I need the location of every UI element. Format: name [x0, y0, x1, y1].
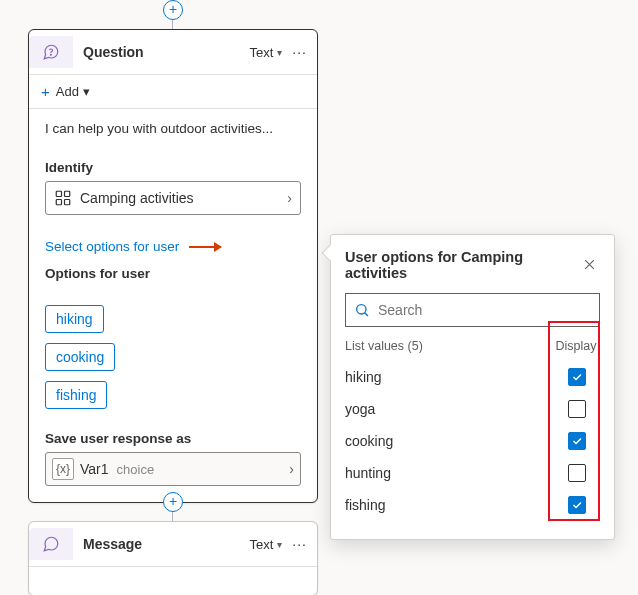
svg-point-0 [50, 54, 51, 55]
identify-entity-picker[interactable]: Camping activities › [45, 181, 301, 215]
question-type-selector[interactable]: Text [249, 45, 273, 60]
display-checkbox[interactable] [568, 496, 586, 514]
list-row: yoga [345, 393, 600, 425]
search-icon [354, 302, 370, 318]
display-checkbox[interactable] [568, 368, 586, 386]
list-values-header: List values (5) [345, 339, 552, 353]
svg-rect-2 [65, 191, 70, 196]
panel-row-list: hikingyogacookinghuntingfishing [345, 361, 600, 521]
display-checkbox[interactable] [568, 464, 586, 482]
flow-canvas: + Question Text ▾ ··· + Add ▾ I can help… [0, 0, 638, 595]
panel-list-header: List values (5) Display [345, 339, 600, 353]
message-icon [29, 528, 73, 560]
identify-value: Camping activities [80, 190, 287, 206]
message-more-menu[interactable]: ··· [292, 536, 307, 552]
question-title: Question [83, 44, 249, 60]
options-section: Options for user [29, 266, 317, 299]
callout-pointer [322, 245, 339, 262]
option-chip-list: hikingcookingfishing [29, 299, 317, 415]
add-label: Add [56, 84, 79, 99]
add-content-button[interactable]: + Add ▾ [29, 75, 317, 109]
list-row-name: hunting [345, 465, 554, 481]
list-row-name: fishing [345, 497, 554, 513]
save-response-section: Save user response as {x} Var1 choice › [29, 415, 317, 502]
panel-search-box[interactable] [345, 293, 600, 327]
svg-point-5 [357, 305, 366, 314]
option-chip[interactable]: fishing [45, 381, 107, 409]
display-column-header: Display [552, 339, 600, 353]
display-checkbox[interactable] [568, 432, 586, 450]
plus-icon: + [41, 83, 50, 100]
list-row-name: hiking [345, 369, 554, 385]
variable-name: Var1 [80, 461, 109, 477]
question-card-header: Question Text ▾ ··· [29, 30, 317, 75]
message-card-header: Message Text ▾ ··· [29, 522, 317, 567]
list-row-name: cooking [345, 433, 554, 449]
chevron-right-icon: › [287, 190, 292, 206]
add-node-button-top[interactable]: + [163, 0, 183, 20]
chevron-down-icon[interactable]: ▾ [277, 539, 282, 550]
annotation-arrow [189, 246, 221, 248]
variable-picker[interactable]: {x} Var1 choice › [45, 452, 301, 486]
entity-icon [54, 189, 72, 207]
variable-icon: {x} [52, 458, 74, 480]
option-chip[interactable]: cooking [45, 343, 115, 371]
add-node-button-mid[interactable]: + [163, 492, 183, 512]
svg-rect-1 [56, 191, 61, 196]
option-chip[interactable]: hiking [45, 305, 104, 333]
select-options-link[interactable]: Select options for user [29, 227, 317, 258]
chevron-down-icon[interactable]: ▾ [277, 47, 282, 58]
panel-title: User options for Camping activities [345, 249, 579, 281]
question-icon [29, 36, 73, 68]
chevron-right-icon: › [289, 461, 294, 477]
list-row: hunting [345, 457, 600, 489]
list-row: fishing [345, 489, 600, 521]
message-node-card[interactable]: Message Text ▾ ··· [28, 521, 318, 595]
identify-section: Identify Camping activities › [29, 160, 317, 227]
question-prompt-text[interactable]: I can help you with outdoor activities..… [29, 109, 317, 152]
save-response-label: Save user response as [45, 431, 301, 446]
question-more-menu[interactable]: ··· [292, 44, 307, 60]
question-node-card[interactable]: Question Text ▾ ··· + Add ▾ I can help y… [28, 29, 318, 503]
variable-type: choice [117, 462, 290, 477]
panel-close-button[interactable] [579, 255, 600, 276]
chevron-down-icon: ▾ [83, 84, 90, 99]
identify-label: Identify [45, 160, 301, 175]
message-title: Message [83, 536, 249, 552]
list-row: hiking [345, 361, 600, 393]
options-label: Options for user [45, 266, 301, 281]
svg-rect-3 [56, 200, 61, 205]
svg-rect-4 [65, 200, 70, 205]
display-checkbox[interactable] [568, 400, 586, 418]
message-type-selector[interactable]: Text [249, 537, 273, 552]
list-row: cooking [345, 425, 600, 457]
user-options-panel: User options for Camping activities List… [330, 234, 615, 540]
list-row-name: yoga [345, 401, 554, 417]
search-input[interactable] [376, 301, 591, 319]
